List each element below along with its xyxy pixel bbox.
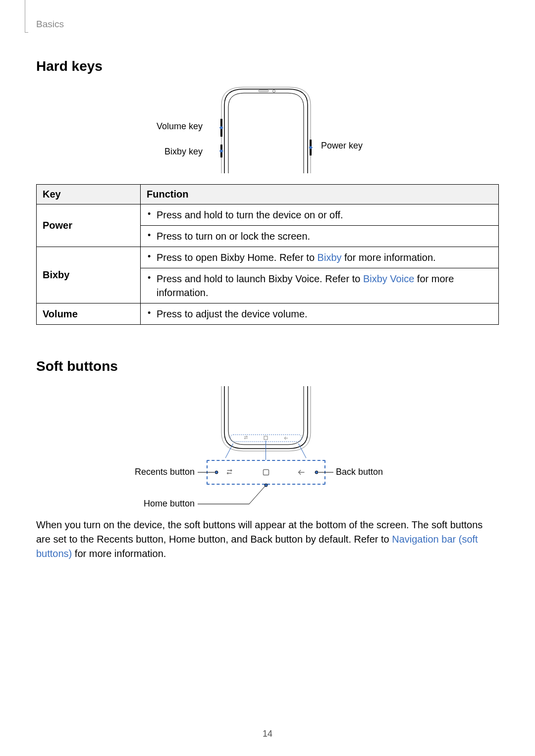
bixby-link[interactable]: Bixby [318, 252, 342, 263]
svg-point-15 [215, 471, 218, 474]
key-cell-volume: Volume [37, 303, 141, 325]
table-row: Volume Press to adjust the device volume… [37, 303, 499, 325]
table-row: Bixby Press to open Bixby Home. Refer to… [37, 247, 499, 303]
label-recents-button: Recents button [101, 467, 195, 477]
page-number: 14 [0, 729, 535, 739]
function-item: Press and hold to turn the device on or … [141, 204, 498, 225]
key-cell-bixby: Bixby [37, 247, 141, 303]
function-item: Press to turn on or lock the screen. [141, 225, 498, 247]
function-item: Press to open Bixby Home. Refer to Bixby… [141, 247, 498, 268]
header-mark [25, 0, 28, 33]
breadcrumb: Basics [36, 19, 64, 30]
label-bixby-key: Bixby key [125, 147, 203, 157]
label-back-button: Back button [336, 467, 415, 477]
svg-point-20 [265, 484, 268, 487]
label-volume-key: Volume key [125, 121, 203, 132]
svg-point-17 [315, 471, 318, 474]
svg-point-1 [273, 90, 275, 93]
bixby-voice-link[interactable]: Bixby Voice [363, 273, 414, 284]
page-container: Basics Hard keys [0, 0, 535, 756]
key-cell-power: Power [37, 204, 141, 247]
svg-rect-0 [259, 90, 268, 92]
phone-top-illustration [219, 85, 313, 173]
label-home-button: Home button [101, 499, 195, 509]
key-function-table: Key Function Power Press and hold to tur… [36, 184, 499, 325]
table-header-key: Key [37, 185, 141, 204]
section-heading-hardkeys: Hard keys [36, 58, 499, 74]
table-row: Power Press and hold to turn the device … [37, 204, 499, 247]
label-power-key: Power key [321, 141, 398, 151]
softbuttons-paragraph: When you turn on the device, the soft bu… [36, 518, 499, 561]
hardkeys-diagram: Volume key Bixby key Power key [36, 81, 499, 176]
svg-line-19 [249, 486, 265, 504]
callout-lines [36, 386, 499, 510]
section-heading-softbuttons: Soft buttons [36, 358, 499, 374]
softbuttons-diagram: Recents button Back button Home button [36, 386, 499, 510]
table-header-function: Function [141, 185, 499, 204]
function-item: Press to adjust the device volume. [141, 303, 498, 324]
function-item: Press and hold to launch Bixby Voice. Re… [141, 268, 498, 303]
